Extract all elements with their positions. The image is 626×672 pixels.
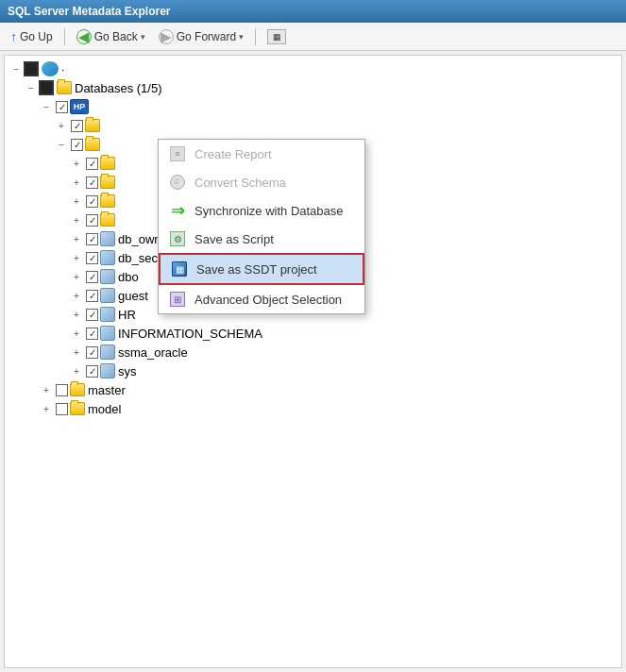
sub2c-checkbox[interactable] xyxy=(86,195,98,208)
sys-checkbox[interactable] xyxy=(86,365,98,378)
main-area: − · − Databases (1/5) − HP + − xyxy=(4,55,622,668)
context-menu: ≡ Create Report ♫ Convert Schema ⇒ Synch… xyxy=(158,139,365,314)
db-owner-expand[interactable]: + xyxy=(69,231,84,246)
master-folder-icon xyxy=(70,383,85,396)
master-label: master xyxy=(88,383,126,397)
sub2-folder-icon xyxy=(85,138,100,151)
go-forward-label: Go Forward xyxy=(177,30,236,43)
sub2d-checkbox[interactable] xyxy=(86,214,98,227)
menu-convert-schema[interactable]: ♫ Convert Schema xyxy=(159,168,364,196)
master-row[interactable]: + master xyxy=(5,380,621,399)
ssma-oracle-icon xyxy=(100,344,115,360)
db-securityadmin-expand[interactable]: + xyxy=(69,250,84,265)
save-script-label: Save as Script xyxy=(195,232,274,246)
title-text: SQL Server Metadata Explorer xyxy=(8,5,171,18)
sub1-checkbox[interactable] xyxy=(71,120,83,132)
hp-icon: HP xyxy=(70,99,89,114)
sub2c-expand[interactable]: + xyxy=(69,193,84,209)
tree-root[interactable]: − · xyxy=(5,59,621,78)
db-securityadmin-checkbox[interactable] xyxy=(86,252,98,264)
hr-checkbox[interactable] xyxy=(86,309,98,321)
information-schema-icon xyxy=(100,326,115,341)
ssma-oracle-checkbox[interactable] xyxy=(86,346,98,359)
sub1-folder-icon xyxy=(85,119,100,132)
go-back-icon: ◀ xyxy=(76,29,92,44)
databases-check-icon xyxy=(39,80,54,95)
go-up-button[interactable]: ↑ Go Up xyxy=(6,27,58,46)
hr-icon xyxy=(100,307,115,322)
go-forward-dropdown[interactable]: ▾ xyxy=(239,32,244,42)
master-expand[interactable]: + xyxy=(39,382,54,397)
master-checkbox[interactable] xyxy=(56,384,68,396)
dbo-expand[interactable]: + xyxy=(69,269,84,284)
sub2-checkbox[interactable] xyxy=(71,139,83,151)
information-schema-expand[interactable]: + xyxy=(69,326,84,341)
root-expand[interactable]: − xyxy=(8,61,24,76)
sub1-expand[interactable]: + xyxy=(54,118,69,133)
save-script-icon: ⚙ xyxy=(168,229,187,248)
create-report-icon: ≡ xyxy=(168,144,187,163)
databases-folder-icon xyxy=(57,81,72,94)
menu-advanced[interactable]: ⊞ Advanced Object Selection xyxy=(159,285,364,313)
sys-icon xyxy=(100,363,115,378)
db-owner-icon xyxy=(100,231,115,246)
sub2-expand[interactable]: − xyxy=(54,137,69,152)
hp-node[interactable]: − HP xyxy=(5,97,621,116)
model-expand[interactable]: + xyxy=(39,401,54,416)
model-row[interactable]: + model xyxy=(5,399,621,418)
sub2b-folder-icon xyxy=(100,176,115,189)
toolbar: ↑ Go Up ◀ Go Back ▾ ▶ Go Forward ▾ ▦ xyxy=(0,23,626,51)
go-up-icon: ↑ xyxy=(10,29,17,44)
information-schema-checkbox[interactable] xyxy=(86,328,98,340)
menu-save-script[interactable]: ⚙ Save as Script xyxy=(159,225,364,253)
save-ssdt-icon: ▦ xyxy=(170,260,189,278)
sub2d-expand[interactable]: + xyxy=(69,212,84,227)
extra-button[interactable]: ▦ xyxy=(262,27,291,46)
go-back-button[interactable]: ◀ Go Back ▾ xyxy=(72,27,150,46)
sub2a-expand[interactable]: + xyxy=(69,156,84,171)
guest-checkbox[interactable] xyxy=(86,290,98,302)
sub2a-checkbox[interactable] xyxy=(86,158,98,170)
hp-checkbox[interactable] xyxy=(56,101,68,113)
create-report-label: Create Report xyxy=(195,147,272,161)
root-icon xyxy=(24,61,39,76)
convert-schema-label: Convert Schema xyxy=(195,176,286,190)
advanced-label: Advanced Object Selection xyxy=(195,293,342,307)
go-back-dropdown[interactable]: ▾ xyxy=(141,32,145,42)
ssma-oracle-expand[interactable]: + xyxy=(69,344,84,360)
root-icon2 xyxy=(42,61,59,76)
sys-row[interactable]: + sys xyxy=(5,361,621,380)
menu-create-report[interactable]: ≡ Create Report xyxy=(159,140,364,168)
databases-node[interactable]: − Databases (1/5) xyxy=(5,78,621,97)
hp-expand[interactable]: − xyxy=(39,99,54,114)
ssma-oracle-row[interactable]: + ssma_oracle xyxy=(5,343,621,361)
model-folder-icon xyxy=(70,402,85,415)
guest-label: guest xyxy=(118,289,148,303)
databases-expand[interactable]: − xyxy=(24,80,39,95)
sub2d-folder-icon xyxy=(100,213,115,227)
information-schema-row[interactable]: + INFORMATION_SCHEMA xyxy=(5,324,621,343)
hr-label: HR xyxy=(118,308,136,322)
sub2b-checkbox[interactable] xyxy=(86,176,98,189)
sub2a-folder-icon xyxy=(100,157,115,170)
sys-expand[interactable]: + xyxy=(69,363,84,378)
go-forward-button[interactable]: ▶ Go Forward ▾ xyxy=(154,27,248,46)
menu-save-ssdt[interactable]: ▦ Save as SSDT project xyxy=(159,253,364,285)
databases-label: Databases (1/5) xyxy=(75,81,162,95)
sub1[interactable]: + xyxy=(5,116,621,135)
menu-synchronize[interactable]: ⇒ Synchronize with Database xyxy=(159,196,364,225)
go-back-label: Go Back xyxy=(94,30,138,43)
information-schema-label: INFORMATION_SCHEMA xyxy=(118,327,262,341)
advanced-icon: ⊞ xyxy=(168,290,187,309)
guest-expand[interactable]: + xyxy=(69,288,84,303)
title-bar: SQL Server Metadata Explorer xyxy=(0,0,626,23)
go-forward-icon: ▶ xyxy=(159,29,174,44)
dbo-checkbox[interactable] xyxy=(86,271,98,283)
separator-1 xyxy=(64,28,65,45)
ssma-oracle-label: ssma_oracle xyxy=(118,345,188,360)
sub2b-expand[interactable]: + xyxy=(69,175,84,190)
separator-2 xyxy=(255,28,256,45)
hr-expand[interactable]: + xyxy=(69,307,84,322)
db-owner-checkbox[interactable] xyxy=(86,233,98,245)
model-checkbox[interactable] xyxy=(56,403,68,415)
